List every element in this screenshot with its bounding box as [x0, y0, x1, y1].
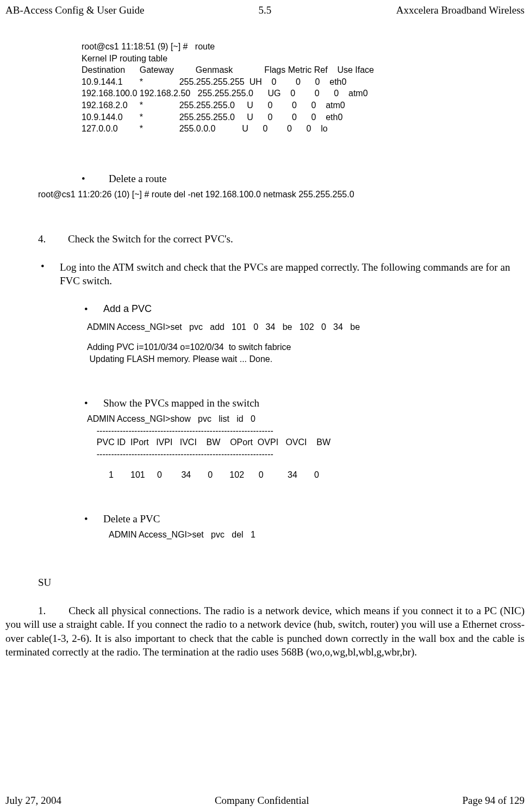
routing-title: Kernel IP routing table: [82, 53, 525, 65]
page-body: root@cs1 11:18:51 (9) [~] # route Kernel…: [5, 16, 525, 659]
code-line: ADMIN Access_NGI>set pvc del 1: [109, 529, 525, 541]
routing-row: 10.9.144.0 * 255.255.255.0 U 0 0 0 eth0: [82, 111, 525, 123]
bullet-text: Add a PVC: [103, 303, 152, 315]
step-1-paragraph: 1.Check all physical connections. The ra…: [5, 604, 525, 660]
step-number: 1.: [38, 605, 46, 616]
footer-date: July 27, 2004: [5, 795, 61, 807]
routing-row: 192.168.100.0 192.168.2.50 255.255.255.0…: [82, 88, 525, 99]
step-number: 4.: [38, 233, 68, 245]
footer-confidential: Company Confidential: [215, 795, 309, 807]
routing-row: 192.168.2.0 * 255.255.255.0 U 0 0 0 atm0: [82, 99, 525, 111]
bullet-delete-pvc: • Delete a PVC: [84, 513, 525, 526]
step-text: Check the Switch for the correct PVC's.: [68, 233, 233, 245]
routing-prompt: root@cs1 11:18:51 (9) [~] # route: [82, 41, 525, 53]
bullet-icon: •: [84, 513, 103, 526]
bullet-icon: •: [41, 260, 60, 273]
cmd-delete-route: root@cs1 11:20:26 (10) [~] # route del -…: [38, 190, 525, 199]
header-left: AB-Access Config & User Guide: [5, 4, 178, 16]
routing-columns: Destination Gateway Genmask Flags Metric…: [82, 64, 525, 76]
step1-lead: Check all physical connections. The radi…: [68, 605, 418, 616]
page-header: AB-Access Config & User Guide 5.5 Axxcel…: [5, 0, 525, 16]
code-line: PVC ID IPort IVPI IVCI BW OPort OVPI OVC…: [87, 436, 525, 448]
show-pvc-code: ADMIN Access_NGI>show pvc list id 0 ----…: [87, 413, 525, 480]
su-heading: SU: [38, 577, 525, 589]
code-line: Updating FLASH memory. Please wait ... D…: [87, 353, 525, 365]
bullet-icon: •: [84, 397, 103, 410]
bullet-delete-route: • Delete a route: [82, 173, 525, 185]
delete-pvc-code: ADMIN Access_NGI>set pvc del 1: [109, 529, 525, 541]
routing-row: 10.9.144.1 * 255.255.255.255 UH 0 0 0 et…: [82, 76, 525, 88]
header-right: Axxcelera Broadband Wireless: [352, 4, 525, 16]
bullet-text: Show the PVCs mapped in the switch: [103, 397, 259, 409]
code-line: ADMIN Access_NGI>set pvc add 101 0 34 be…: [87, 321, 525, 333]
code-line: ----------------------------------------…: [87, 448, 525, 460]
bullet-show-pvc: • Show the PVCs mapped in the switch: [84, 397, 525, 410]
add-pvc-code: ADMIN Access_NGI>set pvc add 101 0 34 be…: [87, 321, 525, 365]
header-center: 5.5: [178, 4, 351, 16]
code-line: ADMIN Access_NGI>show pvc list id 0: [87, 413, 525, 425]
bullet-add-pvc: • Add a PVC: [84, 303, 525, 316]
code-line: 1 101 0 34 0 102 0 34 0: [87, 469, 525, 481]
bullet-text: Log into the ATM switch and check that t…: [60, 260, 525, 288]
bullet-log-into: • Log into the ATM switch and check that…: [41, 260, 525, 288]
bullet-text: Delete a route: [109, 173, 167, 185]
routing-table-block: root@cs1 11:18:51 (9) [~] # route Kernel…: [82, 41, 525, 135]
footer-page: Page 94 of 129: [462, 795, 525, 807]
step-4: 4. Check the Switch for the correct PVC'…: [38, 233, 525, 245]
bullet-icon: •: [84, 303, 103, 316]
bullet-icon: •: [82, 173, 109, 185]
code-line: Adding PVC i=101/0/34 o=102/0/34 to swit…: [87, 341, 525, 353]
code-line: ----------------------------------------…: [87, 425, 525, 437]
page-footer: July 27, 2004 Company Confidential Page …: [0, 795, 530, 807]
bullet-text: Delete a PVC: [103, 513, 160, 525]
routing-row: 127.0.0.0 * 255.0.0.0 U 0 0 0 lo: [82, 123, 525, 135]
